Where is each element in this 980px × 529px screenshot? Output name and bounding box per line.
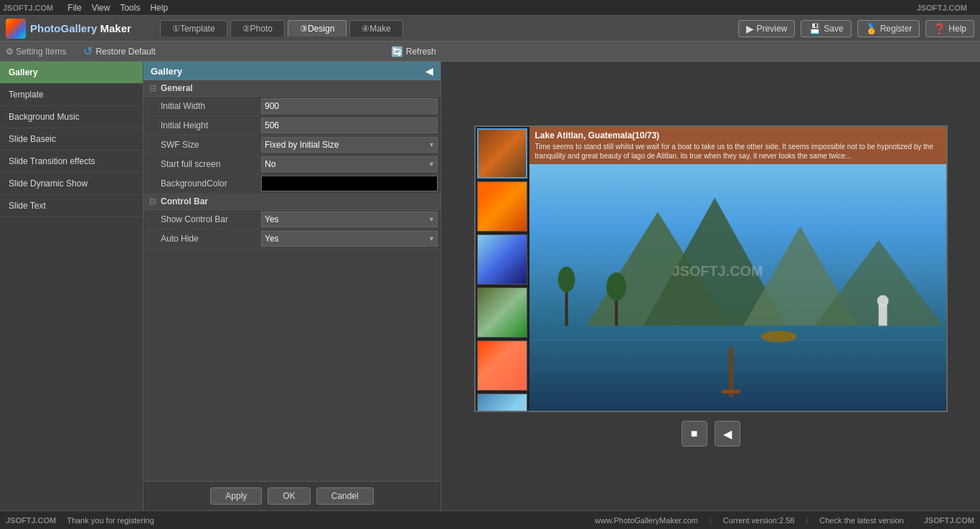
svg-rect-10: [722, 390, 740, 394]
general-collapse-icon[interactable]: ⊟: [149, 83, 156, 93]
background-color-picker[interactable]: [261, 176, 438, 191]
save-icon: 💾: [809, 23, 821, 34]
thumbnail-strip: [476, 127, 529, 411]
thumbnail-5[interactable]: [477, 340, 527, 391]
thumbnail-1[interactable]: [477, 128, 527, 178]
swf-size-label: SWF Size: [143, 137, 258, 153]
background-color-value: [258, 174, 440, 193]
sidebar-item-background-music[interactable]: Background Music: [0, 106, 143, 128]
show-control-bar-select[interactable]: Yes No: [261, 211, 438, 227]
menu-item-help[interactable]: Help: [150, 3, 168, 13]
tab-make[interactable]: ④Make: [349, 20, 402, 37]
preview-controls: ■ ◀: [682, 421, 740, 447]
thumbnail-6[interactable]: [477, 394, 527, 411]
status-update: Check the latest version: [819, 516, 903, 525]
sidebar-item-slide-text[interactable]: Slide Text: [0, 195, 143, 217]
preview-button[interactable]: ▶ Preview: [738, 20, 796, 37]
thumbnail-2[interactable]: [477, 181, 527, 232]
watermark-top-left: JSOFTJ.COM: [3, 4, 53, 12]
tab-make-num: ④: [362, 24, 369, 34]
main-image-svg: JSOFTJ.COM: [529, 127, 946, 411]
thumbnail-3[interactable]: [477, 234, 527, 285]
prev-button[interactable]: ◀: [715, 421, 740, 447]
thumbnail-4[interactable]: [477, 287, 527, 338]
cancel-button[interactable]: Candel: [316, 487, 374, 505]
background-color-label: BackgroundColor: [143, 176, 258, 191]
status-right: www.PhotoGalleryMaker.com | Current vers…: [595, 516, 974, 525]
status-divider-2: |: [806, 516, 808, 525]
start-fullscreen-value: No Yes: [258, 155, 440, 173]
status-message: Thank you for registering: [67, 516, 154, 525]
tab-make-label: Make: [369, 24, 390, 34]
refresh-button[interactable]: 🔄 Refresh: [391, 46, 436, 57]
start-fullscreen-select[interactable]: No Yes: [261, 156, 438, 172]
start-fullscreen-label: Start full screen: [143, 156, 258, 172]
apply-button[interactable]: Apply: [210, 487, 262, 505]
swf-size-select[interactable]: Fixed by Initial Size Fit to Screen Cust…: [261, 137, 438, 153]
initial-height-label: Initial Height: [143, 118, 258, 133]
register-button[interactable]: 🏅 Register: [857, 20, 920, 37]
help-icon: ❓: [933, 23, 946, 34]
menu-item-tools[interactable]: Tools: [120, 3, 140, 13]
sidebar-item-slide-transition[interactable]: Slide Transition effects: [0, 151, 143, 173]
gallery-preview: JSOFTJ.COM Lake Atitlan, Guatemala(10/73…: [474, 125, 948, 412]
initial-height-input[interactable]: [261, 118, 438, 133]
tab-design-label: Design: [308, 24, 334, 34]
help-button[interactable]: ❓ Help: [925, 20, 974, 37]
tab-template[interactable]: ①Template: [160, 20, 227, 37]
workflow-tabs: ①Template ②Photo ③Design ④Make: [160, 20, 403, 37]
main-image-area: JSOFTJ.COM Lake Atitlan, Guatemala(10/73…: [529, 127, 946, 411]
gallery-collapse-button[interactable]: ◀: [425, 65, 433, 77]
center-panel-spacer: [143, 249, 440, 481]
watermark-top-right: JSOFTJ.COM: [917, 4, 967, 12]
sidebar-item-slide-dynamic[interactable]: Slide Dynamic Show: [0, 173, 143, 195]
caption-text: Time seems to stand still whilst we wait…: [535, 142, 941, 161]
general-section-title: General: [161, 83, 193, 93]
auto-hide-value: Yes No: [258, 229, 440, 248]
svg-point-15: [557, 267, 575, 292]
show-control-bar-value: Yes No: [258, 210, 440, 229]
swf-size-value: Fixed by Initial Size Fit to Screen Cust…: [258, 135, 440, 154]
save-button[interactable]: 💾 Save: [801, 20, 851, 37]
sidebar-item-gallery[interactable]: Gallery: [0, 62, 143, 84]
main-layout: Gallery Template Background Music Slide …: [0, 62, 980, 510]
status-bar: JSOFTJ.COM Thank you for registering www…: [0, 510, 980, 529]
menu-item-view[interactable]: View: [92, 3, 110, 13]
svg-point-11: [760, 330, 796, 342]
gallery-header-title: Gallery: [151, 66, 182, 77]
initial-width-input[interactable]: [261, 98, 438, 114]
app-header: PhotoGallery Maker ①Template ②Photo ③Des…: [0, 16, 980, 42]
app-logo: PhotoGallery Maker: [6, 19, 131, 39]
caption-overlay: Lake Atitlan, Guatemala(10/73) Time seem…: [529, 127, 946, 164]
preview-icon: ▶: [746, 23, 754, 34]
sidebar-item-slide-baseic[interactable]: Slide Baseic: [0, 128, 143, 151]
restore-icon: ↺: [83, 44, 93, 58]
app-title-maker: Maker: [97, 22, 131, 34]
ok-button[interactable]: OK: [268, 487, 310, 505]
restore-default-button[interactable]: ↺ Restore Default: [77, 43, 161, 59]
register-label: Register: [880, 24, 913, 34]
tab-photo[interactable]: ②Photo: [230, 20, 285, 37]
start-fullscreen-row: Start full screen No Yes: [143, 155, 440, 174]
tab-design[interactable]: ③Design: [288, 20, 347, 37]
background-color-row: BackgroundColor: [143, 174, 440, 194]
center-panel: Gallery ◀ ⊟ General Initial Width Initia…: [143, 62, 441, 510]
auto-hide-label: Auto Hide: [143, 231, 258, 247]
prev-icon: ◀: [723, 427, 732, 441]
gallery-panel-header: Gallery ◀: [143, 62, 440, 80]
stop-button[interactable]: ■: [682, 421, 707, 447]
sidebar-item-template[interactable]: Template: [0, 84, 143, 106]
status-left: JSOFTJ.COM Thank you for registering: [6, 516, 595, 525]
auto-hide-select[interactable]: Yes No: [261, 231, 438, 247]
initial-width-label: Initial Width: [143, 98, 258, 114]
help-label: Help: [948, 24, 966, 34]
initial-width-value: [258, 97, 440, 115]
sidebar: Gallery Template Background Music Slide …: [0, 62, 143, 510]
menu-item-file[interactable]: File: [67, 3, 81, 13]
status-version: Current version:2.58: [723, 516, 795, 525]
tab-design-num: ③: [300, 24, 308, 34]
svg-rect-9: [729, 347, 733, 397]
control-bar-section-title: Control Bar: [161, 196, 208, 206]
watermark-bottom-left: JSOFTJ.COM: [6, 516, 56, 525]
control-bar-collapse-icon[interactable]: ⊟: [149, 196, 156, 206]
